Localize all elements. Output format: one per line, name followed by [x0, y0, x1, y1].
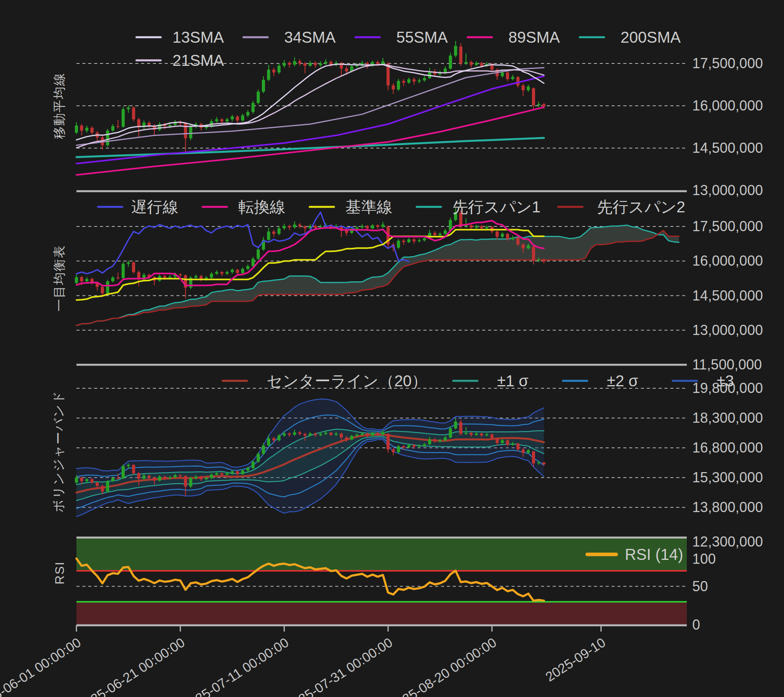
svg-text:13,800,000: 13,800,000 — [692, 499, 763, 515]
svg-text:55SMA: 55SMA — [396, 29, 448, 46]
svg-text:17,500,000: 17,500,000 — [692, 55, 763, 71]
svg-text:14,500,000: 14,500,000 — [692, 288, 763, 304]
panel-title-moving-averages: 移動平均線 — [51, 72, 68, 139]
svg-text:17,500,000: 17,500,000 — [692, 218, 763, 234]
svg-text:100: 100 — [692, 551, 716, 567]
svg-text:16,000,000: 16,000,000 — [692, 98, 763, 114]
panel-title-ichimoku: 一目均衡表 — [51, 245, 68, 311]
svg-text:16,000,000: 16,000,000 — [692, 253, 763, 269]
panel-title-bollinger: ボリンジャーバンド — [50, 390, 67, 512]
chart-canvas: 17,500,00016,000,00014,500,00013,000,000… — [0, 0, 784, 697]
svg-text:0: 0 — [692, 617, 700, 633]
panel-title-rsi: RSI — [53, 561, 67, 584]
svg-text:34SMA: 34SMA — [284, 29, 336, 46]
svg-text:11,500,000: 11,500,000 — [692, 357, 762, 373]
svg-text:12,300,000: 12,300,000 — [692, 534, 763, 550]
svg-text:RSI (14): RSI (14) — [625, 546, 683, 563]
technical-analysis-chart: 17,500,00016,000,00014,500,00013,000,000… — [0, 0, 784, 697]
svg-text:転換線: 転換線 — [238, 198, 285, 215]
svg-text:遅行線: 遅行線 — [131, 198, 178, 215]
svg-text:18,300,000: 18,300,000 — [692, 410, 763, 426]
svg-text:基準線: 基準線 — [345, 198, 392, 215]
svg-text:14,500,000: 14,500,000 — [692, 140, 763, 156]
svg-text:13SMA: 13SMA — [172, 29, 224, 46]
svg-text:センターライン（20）: センターライン（20） — [267, 372, 427, 389]
svg-text:13,000,000: 13,000,000 — [692, 182, 763, 198]
svg-text:200SMA: 200SMA — [621, 29, 681, 46]
svg-text:21SMA: 21SMA — [172, 52, 224, 69]
svg-text:16,800,000: 16,800,000 — [692, 440, 763, 456]
svg-text:先行スパン1: 先行スパン1 — [452, 198, 541, 215]
svg-text:50: 50 — [692, 578, 708, 594]
svg-text:±2 σ: ±2 σ — [607, 372, 638, 389]
svg-text:13,000,000: 13,000,000 — [692, 322, 763, 338]
svg-text:±3: ±3 — [717, 372, 734, 389]
svg-text:先行スパン2: 先行スパン2 — [597, 198, 685, 215]
svg-text:±1 σ: ±1 σ — [497, 372, 528, 389]
svg-text:89SMA: 89SMA — [508, 29, 560, 46]
svg-text:15,300,000: 15,300,000 — [692, 469, 763, 485]
